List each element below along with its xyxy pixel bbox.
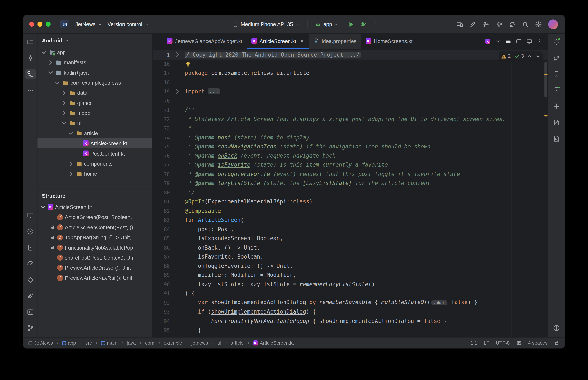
editor-scrollbar[interactable]: [545, 62, 547, 97]
intention-bulb-icon[interactable]: [185, 61, 191, 67]
code-with-me-button[interactable]: [469, 21, 476, 27]
code-line-74[interactable]: 74 * @param post (state) item to display: [153, 133, 548, 142]
line-number[interactable]: 73: [153, 124, 173, 133]
readonly-toggle-icon[interactable]: [554, 340, 560, 346]
warning-stripe-mark[interactable]: [545, 115, 547, 116]
chevron-down-icon[interactable]: [47, 69, 54, 76]
caret-position[interactable]: 1:1: [471, 340, 477, 346]
breadcrumb-item-articlescreen-kt[interactable]: KArticleScreen.kt: [253, 340, 294, 346]
run-tool-button[interactable]: [25, 226, 35, 237]
device-selector[interactable]: Medium Phone API 35: [230, 20, 302, 29]
split-editor-button[interactable]: [516, 39, 522, 44]
line-number[interactable]: 74: [153, 133, 173, 142]
code-line-84[interactable]: 84 post: Post,: [153, 225, 548, 234]
project-view-selector[interactable]: Android: [38, 34, 152, 47]
inspection-widget[interactable]: 2 3: [499, 51, 543, 62]
next-problem-button[interactable]: [535, 54, 540, 59]
line-number[interactable]: 84: [153, 225, 173, 234]
passed-indicator[interactable]: 3: [514, 52, 524, 61]
app-inspection-tool-button[interactable]: [25, 291, 35, 301]
editor-more-button[interactable]: [537, 39, 543, 44]
logcat-tool-button[interactable]: [25, 210, 35, 221]
tab-articlescreen-kt[interactable]: KArticleScreen.kt: [247, 34, 309, 49]
code-line-70[interactable]: 70: [153, 96, 548, 105]
line-number[interactable]: 17: [153, 69, 173, 78]
gemini-tool-button[interactable]: [551, 101, 562, 112]
breadcrumb-item-jetnews[interactable]: jetnews: [191, 340, 208, 346]
line-number[interactable]: 82: [153, 206, 173, 215]
line-number[interactable]: 85: [153, 234, 173, 243]
line-number[interactable]: 16: [153, 59, 173, 69]
code-line-1[interactable]: 1/ Copyright 2020 The Android Open Sourc…: [153, 50, 548, 59]
breadcrumb-item-java[interactable]: java: [127, 340, 136, 346]
build-variants-button[interactable]: [483, 21, 489, 27]
structure-item-topappbar-string-unit[interactable]: fTopAppBar(String, () -> Unit,: [38, 232, 152, 242]
line-number[interactable]: 93: [153, 307, 173, 316]
chevron-right-icon[interactable]: [68, 170, 74, 177]
indent-style[interactable]: 4 spaces: [528, 340, 547, 346]
run-button[interactable]: [348, 21, 354, 27]
code-line-91[interactable]: 91) {: [153, 289, 548, 298]
plugins-button[interactable]: [496, 21, 502, 27]
code-editor[interactable]: 1/ Copyright 2020 The Android Open Sourc…: [153, 49, 548, 337]
code-line-81[interactable]: 81@OptIn(ExperimentalMaterial3Api::class…: [153, 197, 548, 206]
commit-tool-button[interactable]: [25, 53, 35, 63]
code-line-76[interactable]: 76 * @param onBack (event) request navig…: [153, 151, 548, 160]
tree-item-glance[interactable]: glance: [38, 98, 152, 108]
tree-item-ui[interactable]: ui: [38, 118, 152, 128]
line-number[interactable]: 80: [153, 188, 173, 197]
device-manager-tool-button[interactable]: [551, 69, 562, 79]
tree-item-app[interactable]: app: [38, 47, 152, 57]
code-line-19[interactable]: 19import ...: [153, 87, 548, 96]
code-line-79[interactable]: 79 * @param lazyListState (state) the [L…: [153, 179, 548, 188]
code-line-75[interactable]: 75 * @param showNavigationIcon (state) i…: [153, 142, 548, 151]
running-devices-tool-button[interactable]: [551, 85, 562, 95]
line-number[interactable]: 72: [153, 114, 173, 124]
find-usages-tool-button[interactable]: [551, 133, 562, 144]
zoom-window-button[interactable]: [46, 22, 51, 27]
line-number[interactable]: 71: [153, 105, 173, 114]
chevron-right-icon[interactable]: [47, 59, 54, 66]
previous-problem-button[interactable]: [527, 54, 532, 59]
tree-item-home[interactable]: home: [38, 169, 152, 178]
structure-item-previewarticledrawer-unit[interactable]: fPreviewArticleDrawer(): Unit: [38, 263, 152, 273]
structure-item-previewarticlenavrail-unit[interactable]: fPreviewArticleNavRail(): Unit: [38, 273, 152, 283]
project-selector[interactable]: JetNews: [73, 20, 105, 29]
chevron-down-icon[interactable]: [41, 204, 46, 210]
chevron-right-icon[interactable]: [61, 99, 67, 106]
line-number[interactable]: 76: [153, 151, 173, 160]
profiler-tool-button[interactable]: [25, 259, 35, 269]
chevron-right-icon[interactable]: [68, 160, 74, 167]
chevron-right-icon[interactable]: [61, 110, 67, 116]
fold-marker-icon[interactable]: [174, 51, 181, 58]
user-avatar[interactable]: [548, 19, 558, 29]
line-number[interactable]: 92: [153, 298, 173, 307]
chevron-right-icon[interactable]: [61, 89, 67, 96]
line-number[interactable]: 88: [153, 261, 173, 270]
running-devices-tool-button[interactable]: [25, 242, 35, 253]
notifications-button[interactable]: [551, 37, 562, 47]
breadcrumb-item-jetnews[interactable]: JetNews: [28, 340, 53, 346]
chevron-down-icon[interactable]: [54, 79, 61, 86]
line-number[interactable]: 87: [153, 252, 173, 261]
chevron-down-icon[interactable]: [61, 120, 67, 126]
status-widget-icon[interactable]: [516, 340, 522, 346]
chevron-down-icon[interactable]: [68, 130, 74, 136]
tree-item-manifests[interactable]: manifests: [38, 57, 152, 67]
line-number[interactable]: 86: [153, 243, 173, 252]
line-number[interactable]: 1: [153, 50, 173, 59]
line-number[interactable]: 79: [153, 179, 173, 188]
search-everywhere-button[interactable]: [522, 21, 529, 27]
breadcrumb-item-article[interactable]: article: [231, 340, 243, 346]
structure-item-articlescreencontent-post[interactable]: fArticleScreenContent(Post, (): [38, 222, 152, 232]
code-line-89[interactable]: 89 modifier: Modifier = Modifier,: [153, 270, 548, 280]
gradle-tool-button[interactable]: [551, 53, 562, 63]
close-tab-icon[interactable]: [300, 39, 304, 43]
code-line-73[interactable]: 73 *: [153, 124, 548, 133]
breadcrumb-item-ui[interactable]: ui: [217, 340, 221, 346]
structure-root[interactable]: KArticleScreen.kt: [38, 202, 152, 212]
code-line-16[interactable]: 16: [153, 59, 548, 69]
more-tool-windows-button[interactable]: [25, 85, 35, 95]
open-file-indicator[interactable]: K: [485, 39, 490, 44]
problems-tool-button[interactable]: [551, 323, 562, 333]
